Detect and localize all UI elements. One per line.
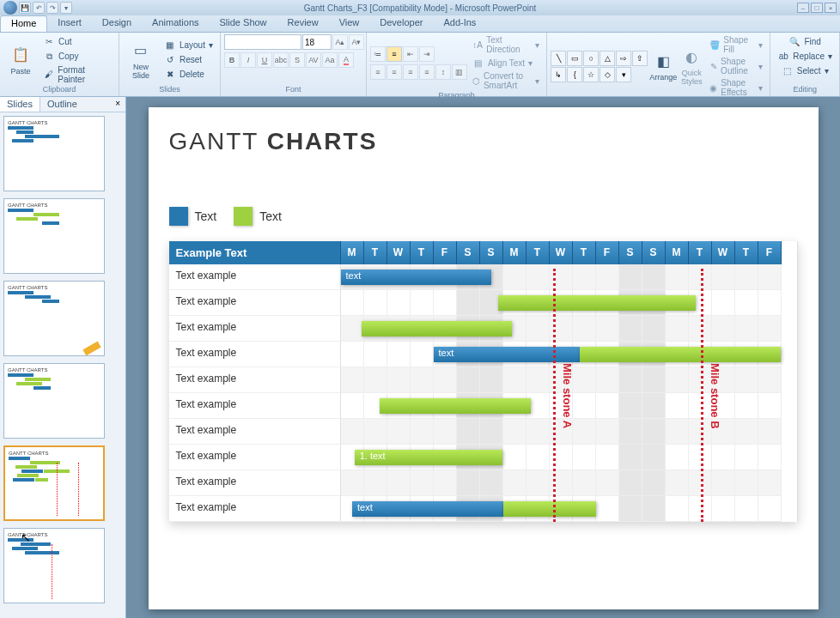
undo-button[interactable]: ↶ xyxy=(33,2,45,14)
qat-more-button[interactable]: ▾ xyxy=(60,2,72,14)
slide-canvas[interactable]: GANTT CHARTS TextText Example TextMTWTFS… xyxy=(126,97,840,618)
align-right-button[interactable]: ≡ xyxy=(403,64,418,80)
font-color-button[interactable]: A xyxy=(338,52,354,68)
shrink-font-button[interactable]: A▾ xyxy=(349,34,364,50)
quick-styles-button[interactable]: ◐ Quick Styles xyxy=(679,41,704,91)
gantt-bar[interactable] xyxy=(503,501,596,517)
gantt-cell xyxy=(758,264,782,290)
tab-home[interactable]: Home xyxy=(0,15,47,32)
redo-button[interactable]: ↷ xyxy=(46,2,58,14)
shape-star-icon[interactable]: ☆ xyxy=(583,67,599,82)
gantt-bar[interactable]: 1. text xyxy=(355,450,503,465)
layout-button[interactable]: ▦Layout ▾ xyxy=(161,39,216,52)
close-button[interactable]: × xyxy=(825,3,837,13)
ribbon: 📋 Paste ✂Cut ⧉Copy 🖌Format Painter Clipb… xyxy=(0,33,840,97)
font-family-combo[interactable] xyxy=(224,34,301,50)
tab-developer[interactable]: Developer xyxy=(369,15,433,32)
bullets-button[interactable]: ≔ xyxy=(370,46,386,62)
effects-icon: ◉ xyxy=(709,82,717,94)
replace-button[interactable]: abReplace ▾ xyxy=(774,49,836,63)
gantt-cell xyxy=(758,290,782,316)
milestone-line[interactable]: Mile stone A xyxy=(553,269,556,522)
italic-button[interactable]: I xyxy=(240,52,256,68)
grow-font-button[interactable]: A▴ xyxy=(332,34,348,50)
shape-rect-icon[interactable]: ▭ xyxy=(567,51,582,66)
reset-button[interactable]: ↺Reset xyxy=(161,53,216,67)
shape-fill-button[interactable]: 🪣Shape Fill ▾ xyxy=(706,34,766,55)
shape-line-icon[interactable]: ╲ xyxy=(551,51,566,66)
minimize-button[interactable]: – xyxy=(797,3,809,13)
legend[interactable]: TextText xyxy=(169,207,798,226)
shape-effects-button[interactable]: ◉Shape Effects ▾ xyxy=(706,77,766,98)
shape-up-icon[interactable]: ⇧ xyxy=(632,51,648,66)
tab-design[interactable]: Design xyxy=(92,15,142,32)
gantt-cell xyxy=(503,367,527,393)
slide[interactable]: GANTT CHARTS TextText Example TextMTWTFS… xyxy=(149,107,819,609)
tab-animations[interactable]: Animations xyxy=(142,15,209,32)
slide-thumb[interactable]: GANTT CHARTS xyxy=(3,116,105,191)
align-center-button[interactable]: ≡ xyxy=(387,64,402,80)
gantt-bar[interactable]: text xyxy=(434,347,580,362)
gantt-bar[interactable] xyxy=(362,321,513,336)
milestone-line[interactable]: Mile stone B xyxy=(701,269,703,522)
office-button[interactable] xyxy=(3,1,17,15)
panel-tab-outline[interactable]: Outline xyxy=(40,97,84,112)
gantt-chart[interactable]: Example TextMTWTFSSMTWTFSSMTWTFText exam… xyxy=(169,241,798,522)
format-painter-button[interactable]: 🖌Format Painter xyxy=(40,64,115,85)
gantt-bar[interactable] xyxy=(580,347,782,362)
slide-thumbnails[interactable]: GANTT CHARTS GANTT CHARTS GANTT CHARTS G… xyxy=(0,112,125,618)
slide-thumb-selected[interactable]: GANTT CHARTS xyxy=(3,445,105,521)
tab-review[interactable]: Review xyxy=(277,15,329,32)
gantt-bar[interactable]: text xyxy=(352,501,503,517)
cut-button[interactable]: ✂Cut xyxy=(40,35,115,49)
dec-indent-button[interactable]: ⇤ xyxy=(403,46,418,62)
case-button[interactable]: Aa xyxy=(322,52,338,68)
align-text-button[interactable]: ▤Align Text ▾ xyxy=(469,56,543,70)
shape-callout-icon[interactable]: ◇ xyxy=(600,67,615,82)
delete-button[interactable]: ✖Delete xyxy=(161,68,216,82)
slide-thumb[interactable]: GANTT CHARTS xyxy=(3,281,105,356)
panel-tab-slides[interactable]: Slides xyxy=(0,97,40,112)
bold-button[interactable]: B xyxy=(224,52,240,68)
shape-more-icon[interactable]: ▾ xyxy=(616,67,631,82)
gantt-bar[interactable]: text xyxy=(341,270,492,285)
slide-title[interactable]: GANTT CHARTS xyxy=(169,128,798,155)
shape-triangle-icon[interactable]: △ xyxy=(600,51,615,66)
justify-button[interactable]: ≡ xyxy=(419,64,435,80)
gantt-bar[interactable] xyxy=(498,295,696,311)
text-direction-button[interactable]: ↕AText Direction ▾ xyxy=(469,34,543,55)
spacing-button[interactable]: AV xyxy=(306,52,321,68)
shape-curly-icon[interactable]: { xyxy=(567,67,582,82)
columns-button[interactable]: ▥ xyxy=(452,64,467,80)
save-button[interactable]: 💾 xyxy=(19,2,31,14)
font-size-combo[interactable] xyxy=(302,34,332,50)
tab-view[interactable]: View xyxy=(329,15,370,32)
slide-thumb[interactable]: GANTT CHARTS xyxy=(3,198,105,274)
slide-thumb[interactable]: GANTT CHARTS xyxy=(3,528,105,603)
shape-arrow-icon[interactable]: ⇨ xyxy=(616,51,631,66)
copy-button[interactable]: ⧉Copy xyxy=(40,50,115,64)
tab-addins[interactable]: Add-Ins xyxy=(433,15,486,32)
tab-slideshow[interactable]: Slide Show xyxy=(210,15,277,32)
shape-elbow-icon[interactable]: ↳ xyxy=(551,67,566,82)
shadow-button[interactable]: S xyxy=(289,52,305,68)
new-slide-button[interactable]: ▭ New Slide xyxy=(123,35,159,85)
paste-button[interactable]: 📋 Paste xyxy=(3,35,38,85)
slide-thumb[interactable]: GANTT CHARTS xyxy=(3,363,105,439)
smartart-button[interactable]: ⬡Convert to SmartArt ▾ xyxy=(469,70,543,91)
select-button[interactable]: ⬚Select ▾ xyxy=(778,64,832,77)
line-spacing-button[interactable]: ↕ xyxy=(435,64,451,80)
find-button[interactable]: 🔍Find xyxy=(785,34,824,48)
gantt-bar[interactable] xyxy=(380,398,531,414)
inc-indent-button[interactable]: ⇥ xyxy=(419,46,435,62)
maximize-button[interactable]: □ xyxy=(811,3,823,13)
arrange-button[interactable]: ◧ Arrange xyxy=(649,41,677,91)
align-left-button[interactable]: ≡ xyxy=(370,64,386,80)
shape-outline-button[interactable]: ✎Shape Outline ▾ xyxy=(706,56,766,76)
panel-close-icon[interactable]: × xyxy=(110,97,125,112)
strike-button[interactable]: abc xyxy=(273,52,289,68)
numbering-button[interactable]: ≡ xyxy=(387,46,402,62)
shape-oval-icon[interactable]: ○ xyxy=(583,51,599,66)
tab-insert[interactable]: Insert xyxy=(47,15,92,32)
underline-button[interactable]: U xyxy=(257,52,272,68)
